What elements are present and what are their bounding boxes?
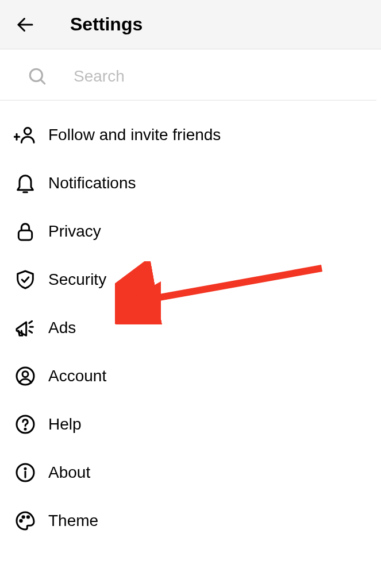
menu-item-security[interactable]: Security [0,256,381,304]
menu-item-label: Ads [48,319,76,337]
search-row[interactable] [0,49,376,100]
help-icon [14,413,41,436]
menu-item-label: Security [48,270,106,289]
svg-point-14 [25,428,26,430]
back-button[interactable] [13,12,38,37]
menu-item-label: Help [48,415,82,434]
search-input[interactable] [74,67,348,86]
menu-item-label: Follow and invite friends [48,126,221,144]
follow-invite-icon [14,123,41,146]
svg-line-2 [41,80,45,84]
info-icon [14,461,41,484]
megaphone-icon [14,316,41,339]
menu-item-account[interactable]: Account [0,352,381,400]
menu-item-label: Privacy [48,222,101,241]
menu-item-theme[interactable]: Theme [0,497,381,545]
menu-item-follow-invite[interactable]: Follow and invite friends [0,111,381,159]
svg-point-19 [22,516,24,518]
shield-check-icon [14,268,41,291]
svg-point-3 [24,128,31,135]
menu-item-about[interactable]: About [0,448,381,497]
svg-line-10 [29,331,32,332]
menu-item-label: Theme [48,512,98,530]
account-icon [14,365,41,388]
menu-item-label: Account [48,367,106,385]
menu-item-help[interactable]: Help [0,400,381,448]
svg-point-16 [25,468,26,469]
svg-point-18 [20,520,22,521]
arrow-left-icon [15,14,36,35]
header: Settings [0,0,381,49]
menu-item-label: About [48,463,90,482]
search-icon [28,67,51,86]
menu-item-notifications[interactable]: Notifications [0,159,381,207]
bell-icon [14,172,41,195]
menu-item-label: Notifications [48,174,136,192]
menu-item-privacy[interactable]: Privacy [0,207,381,256]
page-title: Settings [70,14,143,35]
settings-menu: Follow and invite friends Notifications … [0,100,381,545]
svg-point-12 [22,372,28,377]
svg-rect-7 [18,230,32,240]
svg-line-8 [29,321,32,323]
palette-icon [14,509,41,532]
menu-item-ads[interactable]: Ads [0,304,381,352]
lock-icon [14,220,41,243]
svg-point-20 [27,516,29,518]
